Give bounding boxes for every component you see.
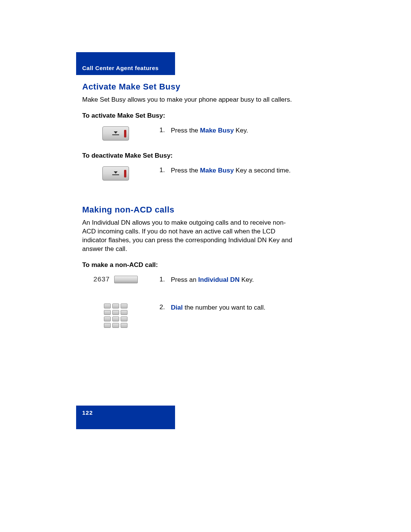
content-area: Activate Make Set Busy Make Set Busy all… xyxy=(82,82,295,339)
dial-term: Dial xyxy=(171,304,183,311)
step-number: 1. xyxy=(159,276,167,284)
keypad-key xyxy=(121,316,127,321)
keypad-key xyxy=(112,304,119,308)
key-midline-icon xyxy=(112,134,119,135)
keypad-key xyxy=(104,316,111,321)
keypad-icon xyxy=(104,304,127,328)
dn-button-icon xyxy=(114,276,138,283)
deactivate-step-row: 1. Press the Make Busy Key a second time… xyxy=(82,166,295,181)
step-text-pre: Press an xyxy=(171,276,198,283)
nonacd-step1-text: Press an Individual DN Key. xyxy=(171,276,254,284)
red-led-icon xyxy=(124,130,126,137)
section-title-make-set-busy: Activate Make Set Busy xyxy=(82,82,295,92)
step-number: 2. xyxy=(159,304,167,312)
page-number: 122 xyxy=(82,409,93,416)
keypad-key xyxy=(121,323,127,328)
make-busy-term: Make Busy xyxy=(200,127,234,134)
section-title-non-acd: Making non-ACD calls xyxy=(82,205,295,215)
keypad-key xyxy=(121,304,127,308)
keypad-key xyxy=(121,310,127,315)
keypad-key xyxy=(104,310,111,315)
keypad-key xyxy=(112,316,119,321)
arrow-down-icon xyxy=(114,131,118,134)
step-text-pre: Press the xyxy=(171,127,200,134)
step-text-post: Key. xyxy=(234,127,248,134)
activate-step-row: 1. Press the Make Busy Key. xyxy=(82,126,295,141)
section1-intro: Make Set Busy allows you to make your ph… xyxy=(82,96,295,104)
keypad-key xyxy=(112,323,119,328)
deactivate-key-icon-col xyxy=(82,166,149,181)
activate-step-text-col: 1. Press the Make Busy Key. xyxy=(159,126,295,135)
step-text-pre: Press the xyxy=(171,167,200,174)
deactivate-heading: To deactivate Make Set Busy: xyxy=(82,152,295,160)
keypad-icon-col xyxy=(82,304,149,328)
nonacd-step1-row: 2637 1. Press an Individual DN Key. xyxy=(82,276,295,284)
activate-step-text: Press the Make Busy Key. xyxy=(171,126,248,135)
red-led-icon xyxy=(124,170,126,177)
header-section-label: Call Center Agent features xyxy=(82,65,159,71)
nonacd-step2-row: 2. Dial the number you want to call. xyxy=(82,304,295,328)
key-midline-icon xyxy=(112,174,119,175)
section2-intro: An Individual DN allows you to make outg… xyxy=(82,219,295,254)
dn-indicator: 2637 xyxy=(93,276,138,283)
nonacd-step2-text-col: 2. Dial the number you want to call. xyxy=(159,304,295,312)
nonacd-step1-text-col: 1. Press an Individual DN Key. xyxy=(159,276,295,284)
individual-dn-term: Individual DN xyxy=(198,276,240,283)
activate-heading: To activate Make Set Busy: xyxy=(82,112,295,120)
make-nonacd-heading: To make a non-ACD call: xyxy=(82,261,295,269)
header-bar: Call Center Agent features xyxy=(76,52,175,75)
make-busy-key-icon xyxy=(102,166,129,181)
step-number: 1. xyxy=(159,166,167,175)
dn-icon-col: 2637 xyxy=(82,276,149,283)
make-busy-key-icon xyxy=(102,126,129,141)
key-center-icon xyxy=(110,129,121,137)
arrow-down-icon xyxy=(114,171,118,174)
nonacd-step2-text: Dial the number you want to call. xyxy=(171,304,266,312)
keypad-key xyxy=(104,323,111,328)
step-text-post: Key. xyxy=(239,276,253,283)
keypad-key xyxy=(112,310,119,315)
step-text-post: the number you want to call. xyxy=(183,304,265,311)
step-text-post: Key a second time. xyxy=(234,167,290,174)
deactivate-step-text-col: 1. Press the Make Busy Key a second time… xyxy=(159,166,295,175)
make-busy-term: Make Busy xyxy=(200,167,234,174)
key-center-icon xyxy=(110,169,121,177)
keypad-key xyxy=(104,304,111,308)
dn-digits: 2637 xyxy=(93,276,110,283)
deactivate-step-text: Press the Make Busy Key a second time. xyxy=(171,166,291,175)
document-page: Call Center Agent features Activate Make… xyxy=(0,0,411,532)
footer-bar: 122 xyxy=(76,406,175,429)
step-number: 1. xyxy=(159,126,167,135)
activate-key-icon-col xyxy=(82,126,149,141)
